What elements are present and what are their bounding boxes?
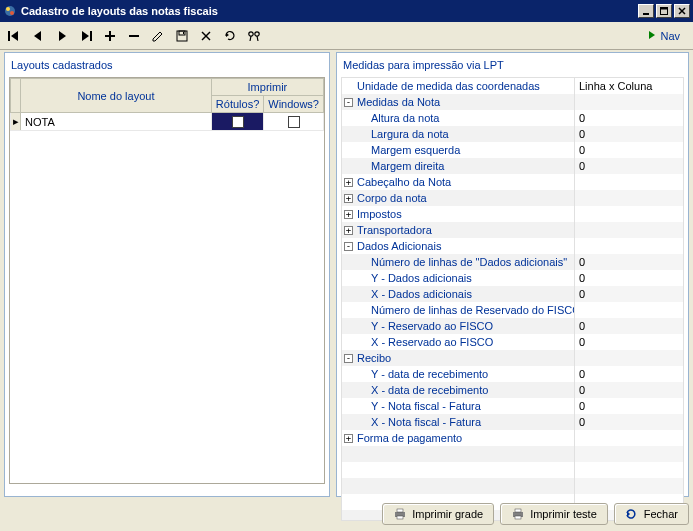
property-group-row[interactable]: -Medidas da Nota bbox=[342, 94, 683, 110]
property-row[interactable]: Unidade de medida das coordenadasLinha x… bbox=[342, 78, 683, 94]
property-value[interactable] bbox=[574, 94, 683, 110]
property-row[interactable]: Margem direita0 bbox=[342, 158, 683, 174]
property-value[interactable]: 0 bbox=[574, 366, 683, 382]
property-value[interactable] bbox=[574, 222, 683, 238]
property-group-row[interactable]: +Impostos bbox=[342, 206, 683, 222]
collapse-icon[interactable]: - bbox=[344, 98, 353, 107]
property-group-row[interactable]: -Recibo bbox=[342, 350, 683, 366]
svg-rect-3 bbox=[643, 13, 649, 15]
property-row[interactable]: Y - Reservado ao FISCO0 bbox=[342, 318, 683, 334]
expand-icon[interactable]: + bbox=[344, 194, 353, 203]
property-value[interactable]: 0 bbox=[574, 286, 683, 302]
col-print-group[interactable]: Imprimir bbox=[211, 79, 323, 96]
property-value[interactable] bbox=[574, 302, 683, 318]
svg-rect-30 bbox=[397, 516, 403, 519]
window-minimize-button[interactable] bbox=[638, 4, 654, 18]
expand-icon[interactable]: + bbox=[344, 178, 353, 187]
collapse-icon[interactable]: - bbox=[344, 242, 353, 251]
svg-point-24 bbox=[255, 31, 259, 35]
property-row[interactable]: Y - Dados adicionais0 bbox=[342, 270, 683, 286]
svg-marker-34 bbox=[627, 511, 630, 517]
property-label: Altura da nota bbox=[342, 112, 574, 124]
svg-rect-19 bbox=[183, 32, 184, 34]
property-value[interactable]: 0 bbox=[574, 126, 683, 142]
refresh-button[interactable] bbox=[222, 25, 238, 47]
property-group-row[interactable]: +Cabeçalho da Nota bbox=[342, 174, 683, 190]
property-value[interactable]: 0 bbox=[574, 334, 683, 350]
property-value[interactable] bbox=[574, 430, 683, 446]
property-value[interactable] bbox=[574, 206, 683, 222]
property-group-row[interactable]: +Corpo da nota bbox=[342, 190, 683, 206]
property-value[interactable]: 0 bbox=[574, 110, 683, 126]
property-group-row[interactable]: -Dados Adicionais bbox=[342, 238, 683, 254]
property-row[interactable]: Y - data de recebimento0 bbox=[342, 366, 683, 382]
property-row[interactable]: Margem esquerda0 bbox=[342, 142, 683, 158]
table-row[interactable]: ▸NOTA bbox=[11, 113, 324, 131]
property-grid[interactable]: Unidade de medida das coordenadasLinha x… bbox=[341, 77, 684, 521]
property-group-row[interactable]: +Transportadora bbox=[342, 222, 683, 238]
windows-checkbox-cell[interactable] bbox=[264, 113, 324, 131]
add-record-button[interactable] bbox=[102, 25, 118, 47]
property-value[interactable] bbox=[574, 350, 683, 366]
nav-button[interactable]: Nav bbox=[640, 27, 687, 45]
property-row[interactable]: X - Reservado ao FISCO0 bbox=[342, 334, 683, 350]
expand-icon[interactable]: + bbox=[344, 226, 353, 235]
labels-checkbox-cell[interactable] bbox=[211, 113, 263, 131]
property-label: X - Reservado ao FISCO bbox=[342, 336, 574, 348]
property-value[interactable]: 0 bbox=[574, 398, 683, 414]
property-value[interactable]: 0 bbox=[574, 142, 683, 158]
print-grid-button[interactable]: Imprimir grade bbox=[382, 503, 494, 525]
layouts-grid[interactable]: Nome do layout Imprimir Rótulos? Windows… bbox=[9, 77, 325, 484]
property-row[interactable]: Largura da nota0 bbox=[342, 126, 683, 142]
property-row[interactable]: Número de linhas de "Dados adicionais"0 bbox=[342, 254, 683, 270]
property-value[interactable]: 0 bbox=[574, 414, 683, 430]
svg-marker-27 bbox=[649, 31, 655, 39]
window-maximize-button[interactable] bbox=[656, 4, 672, 18]
layouts-panel: Layouts cadastrados Nome do layout Impri… bbox=[4, 52, 330, 497]
edit-record-button[interactable] bbox=[150, 25, 166, 47]
property-row[interactable]: Número de linhas de Reservado do FISCO bbox=[342, 302, 683, 318]
toolbar: Nav bbox=[0, 22, 693, 50]
close-button[interactable]: Fechar bbox=[614, 503, 689, 525]
property-value[interactable]: 0 bbox=[574, 318, 683, 334]
property-value[interactable] bbox=[574, 190, 683, 206]
property-group-row[interactable]: +Forma de pagamento bbox=[342, 430, 683, 446]
grid-empty-area bbox=[10, 131, 324, 483]
col-windows[interactable]: Windows? bbox=[264, 96, 324, 113]
layout-name-cell[interactable]: NOTA bbox=[21, 113, 212, 131]
col-layout-name[interactable]: Nome do layout bbox=[21, 79, 212, 113]
property-value[interactable]: 0 bbox=[574, 382, 683, 398]
cancel-record-button[interactable] bbox=[198, 25, 214, 47]
property-value[interactable]: Linha x Coluna bbox=[574, 78, 683, 94]
property-label: -Recibo bbox=[342, 352, 574, 364]
property-label: Margem esquerda bbox=[342, 144, 574, 156]
window-close-button[interactable] bbox=[674, 4, 690, 18]
property-label: +Cabeçalho da Nota bbox=[342, 176, 574, 188]
first-record-button[interactable] bbox=[6, 25, 22, 47]
print-test-button[interactable]: Imprimir teste bbox=[500, 503, 608, 525]
save-record-button[interactable] bbox=[174, 25, 190, 47]
expand-icon[interactable]: + bbox=[344, 210, 353, 219]
collapse-icon[interactable]: - bbox=[344, 354, 353, 363]
property-row[interactable]: Altura da nota0 bbox=[342, 110, 683, 126]
property-value[interactable]: 0 bbox=[574, 270, 683, 286]
property-row[interactable]: Y - Nota fiscal - Fatura0 bbox=[342, 398, 683, 414]
property-value[interactable] bbox=[574, 174, 683, 190]
property-row[interactable]: X - data de recebimento0 bbox=[342, 382, 683, 398]
expand-icon[interactable]: + bbox=[344, 434, 353, 443]
last-record-button[interactable] bbox=[78, 25, 94, 47]
property-value[interactable] bbox=[574, 238, 683, 254]
property-value[interactable]: 0 bbox=[574, 254, 683, 270]
property-value[interactable]: 0 bbox=[574, 158, 683, 174]
property-row[interactable]: X - Nota fiscal - Fatura0 bbox=[342, 414, 683, 430]
svg-rect-29 bbox=[397, 509, 403, 512]
col-labels[interactable]: Rótulos? bbox=[211, 96, 263, 113]
search-button[interactable] bbox=[246, 25, 262, 47]
checkbox-icon bbox=[232, 116, 244, 128]
svg-marker-10 bbox=[34, 31, 41, 41]
next-record-button[interactable] bbox=[54, 25, 70, 47]
svg-marker-12 bbox=[82, 31, 89, 41]
delete-record-button[interactable] bbox=[126, 25, 142, 47]
prev-record-button[interactable] bbox=[30, 25, 46, 47]
property-row[interactable]: X - Dados adicionais0 bbox=[342, 286, 683, 302]
